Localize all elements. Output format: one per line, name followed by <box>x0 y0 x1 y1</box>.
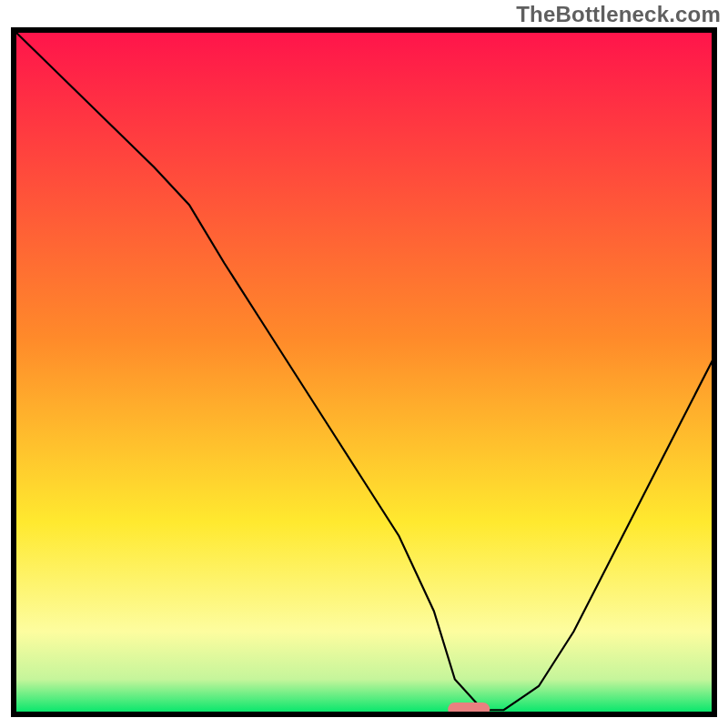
plot-area <box>11 27 717 717</box>
watermark-text: TheBottleneck.com <box>516 2 721 27</box>
chart-container: TheBottleneck.com <box>0 0 728 728</box>
plot-svg <box>11 27 717 717</box>
